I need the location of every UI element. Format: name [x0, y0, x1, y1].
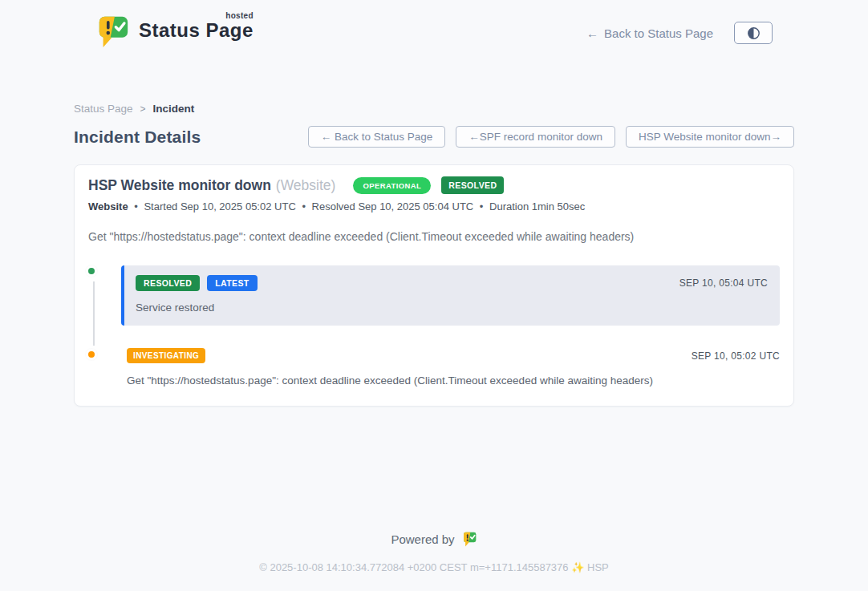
meta-started: Started Sep 10, 2025 05:02 UTC [144, 200, 295, 213]
latest-badge: LATEST [207, 275, 257, 291]
meta-duration: Duration 1min 50sec [489, 200, 585, 213]
timeline-timestamp: SEP 10, 05:02 UTC [692, 350, 780, 362]
main-content: Status Page > Incident Incident Details … [73, 53, 795, 407]
resolved-status-badge: RESOLVED [441, 176, 504, 194]
incident-card-header: HSP Website monitor down (Website) OPERA… [88, 176, 780, 194]
investigating-badge: INVESTIGATING [127, 348, 205, 363]
timeline-entry-body: INVESTIGATING SEP 10, 05:02 UTC Get "htt… [121, 348, 780, 387]
page-title: Incident Details [74, 128, 201, 147]
timeline-entry: RESOLVED LATEST SEP 10, 05:04 UTC Servic… [88, 265, 780, 326]
powered-by-label: Powered by [391, 532, 454, 546]
copyright-text: © 2025-10-08 14:10:34.772084 +0200 CEST … [0, 561, 868, 573]
arrow-left-icon: ← [586, 26, 598, 40]
meta-separator: • [480, 200, 484, 213]
incident-meta: Website • Started Sep 10, 2025 05:02 UTC… [88, 200, 780, 213]
breadcrumb-incident: Incident [153, 103, 195, 115]
operational-status-badge: OPERATIONAL [353, 177, 431, 194]
incident-card: HSP Website monitor down (Website) OPERA… [74, 164, 794, 407]
timeline-dot-investigating [86, 349, 97, 360]
status-page-logo-icon [95, 13, 131, 53]
incident-timeline: RESOLVED LATEST SEP 10, 05:04 UTC Servic… [88, 265, 780, 387]
timeline-entry: INVESTIGATING SEP 10, 05:02 UTC Get "htt… [88, 348, 780, 387]
timeline-timestamp: SEP 10, 05:04 UTC [679, 277, 768, 289]
meta-separator: • [134, 200, 138, 213]
incident-title: HSP Website monitor down [88, 177, 271, 194]
circle-half-icon [747, 26, 761, 40]
next-incident-button[interactable]: HSP Website monitor down→ [626, 126, 794, 148]
title-row: Incident Details ← Back to Status Page ←… [74, 126, 794, 148]
powered-by-link[interactable]: Powered by [391, 531, 477, 547]
timeline-message: Get "https://hostedstatus.page": context… [127, 374, 780, 387]
prev-incident-button[interactable]: ←SPF record monitor down [456, 126, 615, 148]
breadcrumb-separator: > [140, 103, 146, 115]
status-page-logo-icon-small [462, 531, 477, 547]
timeline-entry-highlight-box: RESOLVED LATEST SEP 10, 05:04 UTC Servic… [121, 265, 780, 326]
meta-resolved: Resolved Sep 10, 2025 05:04 UTC [312, 200, 474, 213]
incident-component: (Website) [276, 177, 336, 194]
header-back-link[interactable]: ← Back to Status Page [586, 26, 713, 40]
logo-hosted-label: hosted [225, 11, 254, 20]
brand-text: hosted Status Page [139, 13, 254, 42]
footer: Powered by © 2025-10-08 14:10:34.772084 … [0, 531, 868, 591]
incident-nav-buttons: ← Back to Status Page ←SPF record monito… [308, 126, 794, 148]
timeline-dot-resolved [86, 265, 97, 277]
header-back-link-label: Back to Status Page [604, 26, 713, 40]
logo-brand-label: Status Page [139, 19, 254, 41]
incident-description: Get "https://hostedstatus.page": context… [88, 230, 780, 243]
meta-separator: • [302, 200, 306, 213]
resolved-badge: RESOLVED [136, 275, 200, 291]
meta-component: Website [88, 200, 128, 213]
timeline-message: Service restored [136, 302, 768, 314]
timeline-entry-badges-row: INVESTIGATING SEP 10, 05:02 UTC [127, 348, 780, 363]
header: hosted Status Page ← Back to Status Page [73, 0, 795, 53]
breadcrumb: Status Page > Incident [74, 103, 794, 115]
header-right: ← Back to Status Page [586, 22, 773, 44]
theme-toggle-button[interactable] [734, 22, 773, 44]
back-to-status-page-button[interactable]: ← Back to Status Page [308, 126, 446, 148]
breadcrumb-status-page[interactable]: Status Page [74, 103, 133, 115]
brand-logo[interactable]: hosted Status Page [95, 13, 254, 53]
timeline-entry-badges-row: RESOLVED LATEST SEP 10, 05:04 UTC [136, 275, 768, 291]
